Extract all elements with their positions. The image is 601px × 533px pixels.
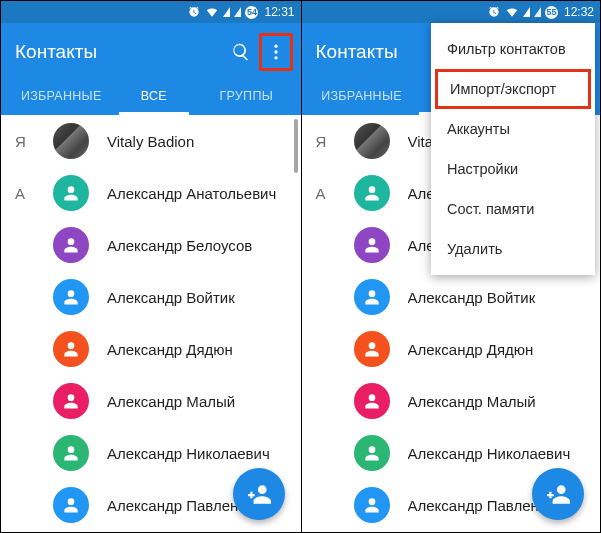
contact-row[interactable]: Александр Войтик xyxy=(302,271,601,323)
contact-name: Александр Малый xyxy=(408,393,536,410)
svg-point-0 xyxy=(274,45,277,48)
menu-item[interactable]: Удалить xyxy=(431,229,595,269)
search-button[interactable] xyxy=(223,34,259,70)
person-icon xyxy=(362,183,382,203)
contact-name: Александр Павленко xyxy=(107,497,253,514)
contact-row[interactable]: Александр Дядюн xyxy=(302,323,601,375)
contact-name: Александр Николаевич xyxy=(107,445,270,462)
avatar xyxy=(354,487,390,523)
menu-item[interactable]: Фильтр контактов xyxy=(431,29,595,69)
avatar xyxy=(354,175,390,211)
contact-row[interactable]: Александр Белоусов xyxy=(1,219,301,271)
contact-row[interactable]: Александр Малый xyxy=(1,375,301,427)
avatar xyxy=(53,487,89,523)
person-icon xyxy=(362,495,382,515)
section-letter: Я xyxy=(15,133,41,150)
contact-name: Александр Белоусов xyxy=(107,237,252,254)
wifi-icon xyxy=(205,5,219,19)
alarm-icon xyxy=(487,5,501,19)
avatar xyxy=(53,279,89,315)
more-button-highlighted[interactable] xyxy=(259,33,293,71)
avatar xyxy=(53,123,89,159)
contact-list[interactable]: ЯVitaly BadionААлександр АнатольевичАлек… xyxy=(1,115,301,528)
signal-icon xyxy=(223,7,230,17)
contact-name: Александр Войтик xyxy=(408,289,536,306)
contact-name: Александр Войтик xyxy=(107,289,235,306)
battery-icon: 55 xyxy=(545,6,558,19)
person-add-icon xyxy=(246,481,272,507)
svg-point-1 xyxy=(274,50,277,53)
person-icon xyxy=(61,391,81,411)
contact-name: Александр Анатольевич xyxy=(107,185,276,202)
menu-item[interactable]: Настройки xyxy=(431,149,595,189)
person-icon xyxy=(362,443,382,463)
tab-groups[interactable]: ГРУППЫ xyxy=(200,79,293,115)
section-letter: А xyxy=(15,185,41,202)
status-bar: 55 12:32 xyxy=(302,1,601,23)
screenshot-left: 54 12:31 Контакты ИЗБРАННЫЕ ВСЕ ГРУППЫ xyxy=(1,1,301,532)
app-header: Контакты ИЗБРАННЫЕ ВСЕ ГРУППЫ xyxy=(1,23,301,115)
menu-item[interactable]: Сост. памяти xyxy=(431,189,595,229)
status-bar: 54 12:31 xyxy=(1,1,301,23)
battery-icon: 54 xyxy=(245,6,258,19)
person-icon xyxy=(61,495,81,515)
tab-bar: ИЗБРАННЫЕ ВСЕ ГРУППЫ xyxy=(15,79,293,115)
avatar xyxy=(53,175,89,211)
person-icon xyxy=(61,183,81,203)
avatar xyxy=(53,435,89,471)
person-add-icon xyxy=(545,481,571,507)
person-icon xyxy=(362,391,382,411)
contact-name: Александр Дядюн xyxy=(107,341,233,358)
more-vert-icon xyxy=(266,42,286,62)
person-icon xyxy=(362,339,382,359)
wifi-icon xyxy=(505,5,519,19)
avatar xyxy=(53,383,89,419)
avatar xyxy=(354,383,390,419)
avatar xyxy=(354,435,390,471)
contact-row[interactable]: Александр Дядюн xyxy=(1,323,301,375)
contact-row[interactable]: Александр Малый xyxy=(302,375,601,427)
page-title: Контакты xyxy=(15,41,223,63)
avatar xyxy=(354,123,390,159)
person-icon xyxy=(61,443,81,463)
avatar xyxy=(53,331,89,367)
search-icon xyxy=(231,42,251,62)
contact-name: Vitaly Badion xyxy=(107,133,194,150)
tab-favorites[interactable]: ИЗБРАННЫЕ xyxy=(316,79,408,115)
menu-item[interactable]: Аккаунты xyxy=(431,109,595,149)
contact-name: Александр Дядюн xyxy=(408,341,534,358)
contact-name: Александр Николаевич xyxy=(408,445,571,462)
avatar xyxy=(354,227,390,263)
section-letter: Я xyxy=(316,133,342,150)
contact-row[interactable]: ААлександр Анатольевич xyxy=(1,167,301,219)
screenshot-right: 55 12:32 Контакты ИЗБРАННЫЕ ВСЕ ГРУППЫ Я… xyxy=(301,1,601,532)
avatar xyxy=(354,279,390,315)
avatar xyxy=(354,331,390,367)
person-icon xyxy=(362,235,382,255)
person-icon xyxy=(362,287,382,307)
section-letter: А xyxy=(316,185,342,202)
person-icon xyxy=(61,339,81,359)
menu-item[interactable]: Импорт/экспорт xyxy=(435,69,591,109)
overflow-menu: Фильтр контактовИмпорт/экспортАккаунтыНа… xyxy=(431,23,595,275)
person-icon xyxy=(61,287,81,307)
signal-icon xyxy=(523,7,530,17)
clock: 12:32 xyxy=(564,5,594,19)
contact-row[interactable]: ЯVitaly Badion xyxy=(1,115,301,167)
tab-all[interactable]: ВСЕ xyxy=(108,79,201,115)
tab-favorites[interactable]: ИЗБРАННЫЕ xyxy=(15,79,108,115)
avatar xyxy=(53,227,89,263)
clock: 12:31 xyxy=(264,5,294,19)
add-contact-fab[interactable] xyxy=(233,468,285,520)
signal-icon xyxy=(234,7,241,17)
alarm-icon xyxy=(187,5,201,19)
svg-point-2 xyxy=(274,56,277,59)
contact-row[interactable]: Александр Войтик xyxy=(1,271,301,323)
contact-name: Александр Малый xyxy=(107,393,235,410)
signal-icon xyxy=(534,7,541,17)
add-contact-fab[interactable] xyxy=(532,468,584,520)
person-icon xyxy=(61,235,81,255)
